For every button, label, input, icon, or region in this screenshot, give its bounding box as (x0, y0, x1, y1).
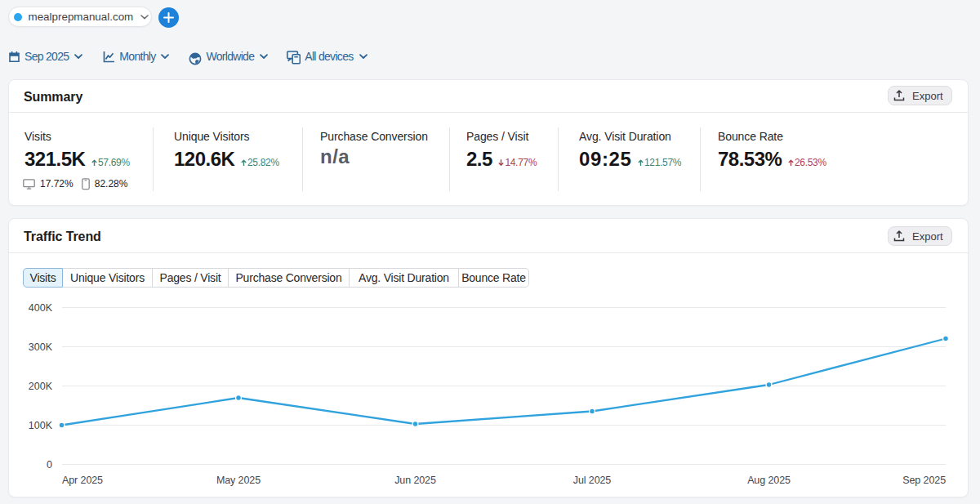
svg-text:Aug 2025: Aug 2025 (747, 475, 791, 486)
svg-text:Sep 2025: Sep 2025 (902, 475, 946, 486)
svg-text:300K: 300K (29, 341, 53, 353)
svg-text:200K: 200K (29, 381, 53, 392)
svg-text:Jul 2025: Jul 2025 (573, 475, 612, 486)
svg-text:400K: 400K (29, 302, 53, 314)
svg-text:100K: 100K (29, 420, 53, 431)
svg-text:0: 0 (47, 459, 52, 471)
svg-text:May 2025: May 2025 (216, 475, 261, 486)
svg-text:Apr 2025: Apr 2025 (62, 475, 103, 486)
svg-text:Jun 2025: Jun 2025 (394, 475, 436, 486)
